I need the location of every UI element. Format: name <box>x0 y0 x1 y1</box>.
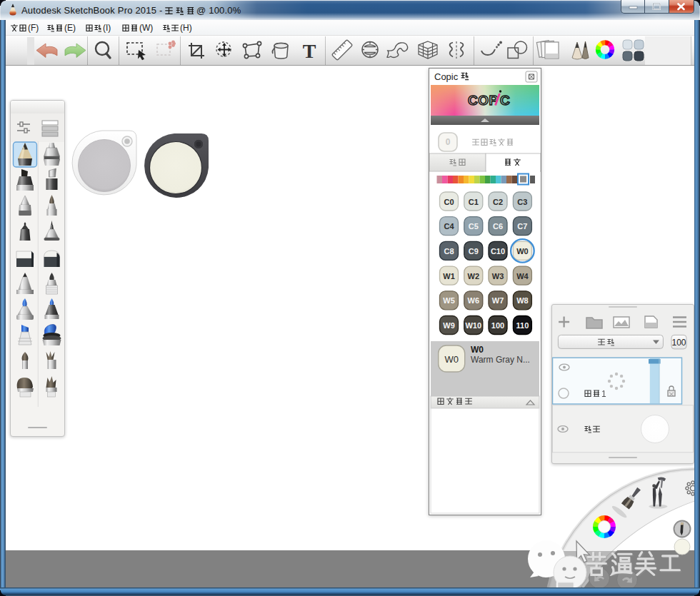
svg-text:C3: C3 <box>517 198 527 206</box>
svg-text:Autodesk SketchBook Pro 2015 -: Autodesk SketchBook Pro 2015 - <box>21 5 163 16</box>
svg-text:100: 100 <box>491 321 504 330</box>
svg-text:W10: W10 <box>465 321 481 330</box>
svg-text:W9: W9 <box>443 321 455 330</box>
svg-text:W0: W0 <box>444 354 459 365</box>
svg-text:COP: COP <box>468 93 499 108</box>
svg-text:C4: C4 <box>444 222 454 231</box>
svg-text:W4: W4 <box>516 272 529 281</box>
svg-text:W5: W5 <box>443 296 455 305</box>
svg-text:Warm Gray N...: Warm Gray N... <box>471 355 530 365</box>
svg-text:W6: W6 <box>468 296 480 305</box>
svg-text:C1: C1 <box>469 198 479 206</box>
svg-text:C9: C9 <box>469 247 479 256</box>
svg-text:(I): (I) <box>103 23 111 33</box>
svg-text:C6: C6 <box>493 222 503 231</box>
svg-text:C7: C7 <box>517 222 527 231</box>
svg-text:Copic: Copic <box>434 71 459 82</box>
svg-text:W7: W7 <box>492 296 504 305</box>
svg-text:0: 0 <box>446 137 451 147</box>
svg-text:C5: C5 <box>469 222 479 231</box>
svg-text:(W): (W) <box>139 23 153 33</box>
svg-text:(F): (F) <box>28 23 39 33</box>
svg-text:W0: W0 <box>516 247 529 256</box>
svg-text:W1: W1 <box>443 272 455 281</box>
svg-text:1: 1 <box>601 389 606 399</box>
svg-text:C10: C10 <box>491 247 505 256</box>
svg-text:C8: C8 <box>444 247 454 256</box>
svg-text:C2: C2 <box>493 198 503 206</box>
svg-text:C0: C0 <box>444 198 454 206</box>
svg-text:100: 100 <box>671 338 686 348</box>
svg-text:W3: W3 <box>492 272 504 281</box>
svg-text:(E): (E) <box>64 23 76 33</box>
svg-text:110: 110 <box>516 321 529 330</box>
svg-text:W8: W8 <box>516 296 529 305</box>
svg-text:(H): (H) <box>180 23 192 33</box>
svg-text:@ 100.0%: @ 100.0% <box>196 5 241 16</box>
svg-text:W2: W2 <box>468 272 480 281</box>
svg-text:W0: W0 <box>471 345 484 355</box>
svg-text:C: C <box>500 93 510 108</box>
svg-text:T: T <box>303 40 316 62</box>
